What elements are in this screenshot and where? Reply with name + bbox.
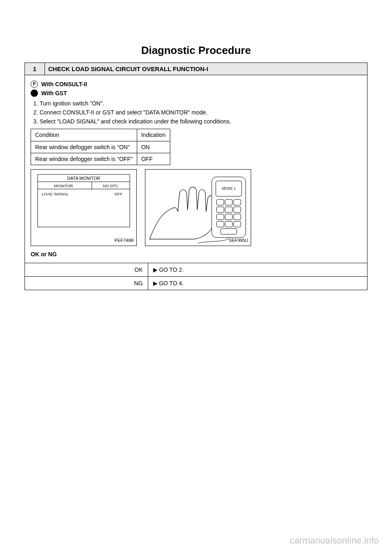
with-consult-label: With CONSULT-II	[41, 80, 87, 88]
fig1-val: OFF	[114, 192, 122, 197]
fig1-sub: MONITOR	[54, 184, 73, 188]
fig1-item: LOAD SIGNAL	[42, 192, 69, 197]
section-heading: Diagnostic Procedure	[24, 44, 368, 57]
ok-goto: GO TO 2.	[159, 266, 183, 273]
fig2-mode: MODE 1	[222, 187, 236, 191]
step-instruction-list: Turn ignition switch "ON". Connect CONSU…	[31, 99, 361, 126]
fig1-col2: NO DTC	[103, 184, 118, 188]
indication-cell: ON	[137, 141, 170, 153]
ok-label: OK	[134, 266, 143, 273]
result-row-ng: NG ▶ GO TO 4.	[25, 276, 368, 290]
svg-rect-0	[38, 175, 130, 227]
condition-cell: Rear window defogger switch is "OFF"	[31, 153, 137, 165]
ok-or-ng-label: OK or NG	[31, 250, 361, 258]
fig1-title: DATA MONITOR	[67, 176, 100, 181]
step-instruction-item: Select "LOAD SIGNAL" and check indicatio…	[40, 117, 361, 125]
figure-row: DATA MONITOR MONITOR NO DTC LOAD SIGNAL …	[31, 169, 361, 246]
diagnostic-step-table: 1 CHECK LOAD SIGNAL CIRCUIT OVERALL FUNC…	[24, 63, 368, 290]
consult-icon: P	[31, 81, 38, 88]
indication-header: Indication	[137, 129, 170, 141]
with-consult-row: P With CONSULT-II	[31, 80, 361, 88]
indication-cell: OFF	[137, 153, 170, 165]
step-instruction-item: Turn ignition switch "ON".	[40, 99, 361, 107]
step-body-cell: P With CONSULT-II With GST Turn ignition…	[25, 75, 368, 263]
figure-consult-screen: DATA MONITOR MONITOR NO DTC LOAD SIGNAL …	[31, 169, 137, 246]
with-gst-row: With GST	[31, 89, 361, 97]
arrow-icon: ▶	[153, 280, 158, 286]
figure-label: PEF748R	[114, 237, 134, 244]
result-row-ok: OK ▶ GO TO 2.	[25, 263, 368, 276]
table-row: Rear window defogger switch is "OFF" OFF	[31, 153, 170, 165]
watermark: carmanualsonline.info	[290, 535, 379, 546]
table-row: Rear window defogger switch is "ON" ON	[31, 141, 170, 153]
ng-goto: GO TO 4.	[159, 280, 183, 286]
step-title-cell: CHECK LOAD SIGNAL CIRCUIT OVERALL FUNCTI…	[45, 63, 368, 75]
figure-label: SEF995U	[229, 237, 248, 244]
condition-header: Condition	[31, 129, 137, 141]
condition-table: Condition Indication Rear window defogge…	[31, 129, 170, 165]
gst-icon	[31, 90, 38, 97]
condition-cell: Rear window defogger switch is "ON"	[31, 141, 137, 153]
step-instruction-item: Connect CONSULT-II or GST and select "DA…	[40, 108, 361, 116]
step-header-row: 1 CHECK LOAD SIGNAL CIRCUIT OVERALL FUNC…	[25, 63, 368, 75]
figure-gst-tool: MODE 1	[145, 169, 251, 246]
arrow-icon: ▶	[153, 266, 158, 273]
ng-label: NG	[134, 280, 143, 286]
with-gst-label: With GST	[41, 89, 67, 97]
step-number-cell: 1	[25, 63, 45, 75]
